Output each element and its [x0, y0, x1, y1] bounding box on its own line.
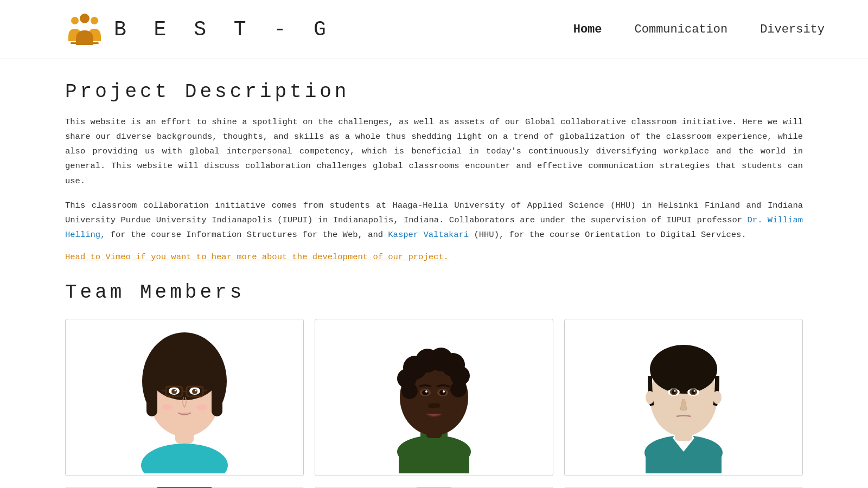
- svg-point-60: [646, 391, 654, 404]
- main-content: Project Description This website is an e…: [0, 59, 868, 488]
- svg-point-45: [428, 403, 432, 408]
- logo-text: B E S T - G: [114, 18, 334, 41]
- team-title: Team Members: [65, 281, 803, 304]
- svg-rect-7: [152, 449, 217, 473]
- svg-point-16: [175, 390, 176, 391]
- svg-point-36: [401, 383, 418, 399]
- svg-point-42: [425, 390, 427, 393]
- header: B E S T - G Home Communication Diversity: [0, 0, 868, 59]
- main-nav: Home Communication Diversity: [573, 23, 825, 36]
- vimeo-link[interactable]: Head to Vimeo if you want to hear more a…: [65, 252, 803, 262]
- svg-rect-11: [212, 370, 222, 416]
- avatar-3: [565, 319, 802, 476]
- svg-point-24: [196, 404, 207, 410]
- project-title: Project Description: [65, 81, 803, 103]
- logo-area: B E S T - G: [65, 10, 334, 49]
- logo-icon: [65, 10, 104, 49]
- paragraph2-end: (HHU), for the course Orientation to Dig…: [469, 230, 746, 240]
- paragraph2-pre: This classroom collaboration initiative …: [65, 201, 803, 225]
- avatar-2: [315, 319, 553, 476]
- project-paragraph1: This website is an effort to shine a spo…: [65, 115, 803, 189]
- svg-point-1: [91, 17, 98, 24]
- svg-point-17: [195, 390, 197, 391]
- member-card-2: [315, 319, 553, 476]
- member-card-3: [564, 319, 803, 476]
- paragraph2-mid: for the course Information Structures fo…: [105, 230, 388, 240]
- svg-point-41: [439, 390, 446, 395]
- svg-point-2: [80, 14, 90, 23]
- nav-communication[interactable]: Communication: [635, 23, 728, 36]
- svg-point-58: [674, 390, 676, 392]
- project-paragraph2: This classroom collaboration initiative …: [65, 198, 803, 242]
- svg-point-23: [162, 404, 173, 410]
- avatar-1: [66, 319, 303, 476]
- svg-point-15: [192, 389, 197, 394]
- nav-home[interactable]: Home: [573, 23, 602, 36]
- project-description-section: Project Description This website is an e…: [65, 81, 803, 262]
- svg-point-51: [650, 345, 717, 394]
- svg-point-37: [450, 381, 467, 397]
- member-card-1: [65, 319, 304, 476]
- team-grid-top: [65, 319, 803, 476]
- svg-point-40: [422, 390, 429, 395]
- svg-rect-3: [71, 42, 99, 44]
- svg-point-59: [694, 390, 695, 392]
- svg-point-0: [71, 17, 79, 24]
- svg-point-43: [443, 390, 445, 393]
- kasper-link[interactable]: Kasper Valtakari: [388, 230, 469, 240]
- svg-point-46: [436, 403, 440, 408]
- team-section: Team Members: [65, 281, 803, 488]
- svg-point-61: [713, 391, 722, 404]
- svg-rect-10: [146, 370, 157, 416]
- nav-diversity[interactable]: Diversity: [760, 23, 825, 36]
- svg-point-14: [171, 389, 177, 394]
